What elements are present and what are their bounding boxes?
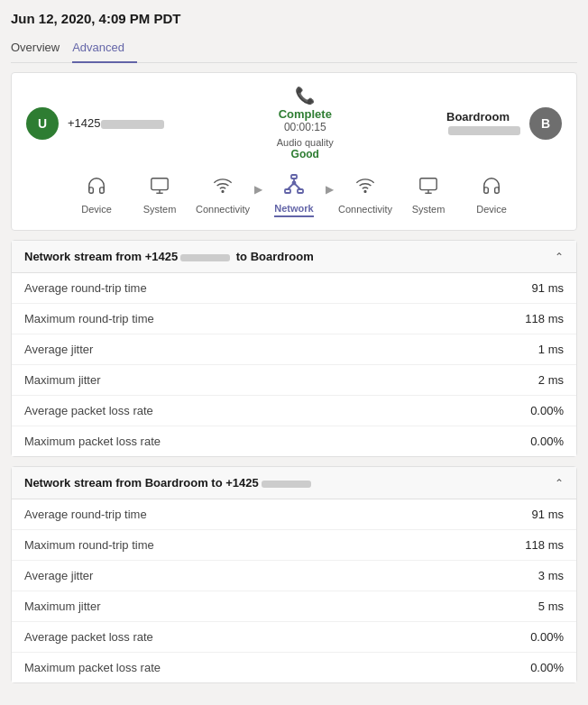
- table-row: Average jitter 1 ms: [12, 334, 576, 365]
- system-right-label: System: [412, 204, 446, 215]
- call-card: U +1425 📞 Complete 00:00:15 Audio qualit…: [11, 72, 577, 231]
- table-row: Average packet loss rate 0.00%: [12, 396, 576, 426]
- media-flow: Device System Connectivity ▶: [26, 173, 562, 217]
- redacted-name-right: [448, 126, 520, 135]
- header-date: Jun 12, 2020, 4:09 PM PDT: [11, 11, 577, 26]
- svg-point-10: [293, 182, 296, 185]
- device-right-icon: [482, 176, 501, 200]
- svg-rect-6: [298, 189, 303, 193]
- table-row: Maximum jitter 5 ms: [12, 591, 576, 622]
- media-step-connectivity-right[interactable]: Connectivity: [334, 176, 397, 215]
- stream1-header[interactable]: Network stream from +1425 to Boardroom ⌃: [12, 241, 576, 273]
- redacted-number-left: [101, 120, 164, 129]
- system-left-icon: [150, 176, 170, 200]
- tab-advanced[interactable]: Advanced: [72, 35, 137, 63]
- participant-right: Boardroom B: [446, 107, 562, 140]
- media-step-device-left[interactable]: Device: [65, 176, 128, 215]
- call-duration: 00:00:15: [164, 121, 446, 133]
- svg-rect-4: [291, 175, 297, 179]
- svg-rect-5: [285, 189, 290, 193]
- device-right-label: Device: [476, 204, 507, 215]
- arrow-right-2: ▶: [326, 183, 334, 196]
- stream1-chevron: ⌃: [555, 251, 564, 263]
- page-container: Jun 12, 2020, 4:09 PM PDT Overview Advan…: [0, 0, 588, 705]
- stream2-chevron: ⌃: [555, 477, 564, 490]
- tabs-row: Overview Advanced: [11, 35, 577, 63]
- svg-rect-0: [152, 179, 168, 190]
- stream2-body: Average round-trip time 91 ms Maximum ro…: [12, 499, 576, 682]
- connectivity-left-label: Connectivity: [196, 204, 250, 215]
- connectivity-left-icon: [213, 176, 233, 200]
- table-row: Maximum packet loss rate 0.00%: [12, 426, 576, 456]
- connectivity-right-icon: [355, 176, 375, 200]
- table-row: Maximum packet loss rate 0.00%: [12, 653, 576, 682]
- svg-point-3: [222, 191, 224, 193]
- phone-icon: 📞: [164, 86, 446, 105]
- table-row: Average jitter 3 ms: [12, 561, 576, 591]
- table-row: Maximum round-trip time 118 ms: [12, 530, 576, 561]
- network-icon: [283, 173, 305, 199]
- stream2-panel: Network stream from Boardroom to +1425 ⌃…: [11, 466, 577, 683]
- table-row: Average round-trip time 91 ms: [12, 499, 576, 530]
- table-row: Maximum round-trip time 118 ms: [12, 304, 576, 334]
- media-step-system-left[interactable]: System: [128, 176, 191, 215]
- stream1-body: Average round-trip time 91 ms Maximum ro…: [12, 273, 576, 456]
- device-left-icon: [87, 176, 106, 200]
- arrow-right-1: ▶: [254, 183, 262, 196]
- svg-rect-12: [420, 179, 436, 190]
- network-label: Network: [274, 203, 313, 217]
- table-row: Average round-trip time 91 ms: [12, 273, 576, 304]
- stream2-title: Network stream from Boardroom to +1425: [24, 476, 311, 490]
- audio-quality-value: Good: [164, 148, 446, 160]
- tab-overview[interactable]: Overview: [11, 35, 72, 63]
- media-step-network[interactable]: Network: [262, 173, 326, 217]
- call-center: 📞 Complete 00:00:15 Audio quality Good: [164, 86, 446, 160]
- device-left-label: Device: [81, 204, 112, 215]
- audio-quality-label: Audio quality: [164, 137, 446, 148]
- media-step-device-right[interactable]: Device: [460, 176, 523, 215]
- system-right-icon: [418, 176, 438, 200]
- system-left-label: System: [143, 204, 177, 215]
- stream2-header[interactable]: Network stream from Boardroom to +1425 ⌃: [12, 467, 576, 499]
- stream1-panel: Network stream from +1425 to Boardroom ⌃…: [11, 240, 577, 457]
- participant-right-name: Boardroom: [446, 110, 520, 124]
- participant-left: U +1425: [26, 107, 164, 140]
- table-row: Maximum jitter 2 ms: [12, 365, 576, 396]
- avatar-right: B: [529, 107, 562, 140]
- participants-row: U +1425 📞 Complete 00:00:15 Audio qualit…: [26, 86, 562, 160]
- participant-left-number: +1425: [68, 116, 164, 130]
- call-status: Complete: [164, 107, 446, 121]
- connectivity-right-label: Connectivity: [338, 204, 392, 215]
- media-step-system-right[interactable]: System: [397, 176, 460, 215]
- table-row: Average packet loss rate 0.00%: [12, 622, 576, 653]
- media-step-connectivity-left[interactable]: Connectivity: [191, 176, 254, 215]
- avatar-left: U: [26, 107, 59, 140]
- stream1-title: Network stream from +1425 to Boardroom: [24, 250, 314, 263]
- participant-right-info: Boardroom: [446, 110, 520, 137]
- svg-point-11: [364, 191, 366, 193]
